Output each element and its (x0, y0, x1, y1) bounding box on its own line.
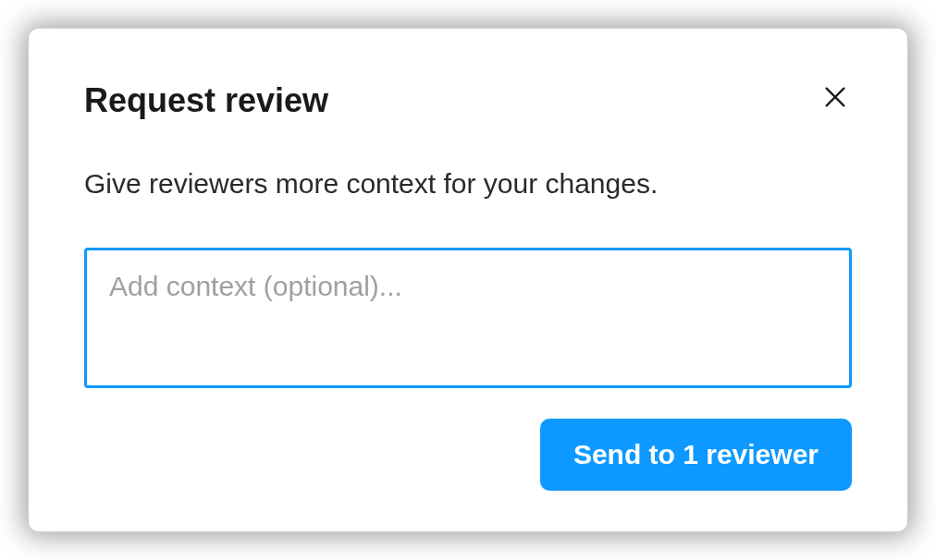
close-button[interactable] (819, 80, 852, 116)
request-review-modal: Request review Give reviewers more conte… (28, 28, 908, 532)
modal-subtitle: Give reviewers more context for your cha… (84, 168, 852, 200)
send-button[interactable]: Send to 1 reviewer (540, 419, 852, 491)
modal-header: Request review (84, 80, 852, 120)
close-icon (822, 84, 848, 113)
modal-title: Request review (84, 80, 328, 120)
modal-footer: Send to 1 reviewer (84, 419, 852, 491)
context-input[interactable] (84, 248, 852, 388)
